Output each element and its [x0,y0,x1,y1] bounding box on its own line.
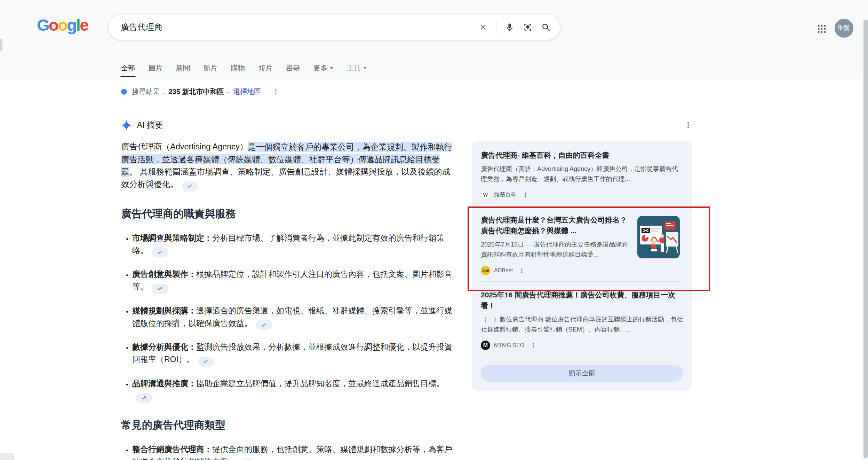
logo-letter: G [37,16,49,34]
tab-shopping[interactable]: 購物 [231,58,245,78]
result-tabs: 全部 圖片 新聞 影片 購物 短片 書籍 更多 工具 [121,58,367,78]
search-icon[interactable] [541,22,551,32]
show-all-button[interactable]: 顯示全部 [481,365,683,382]
bullet-lead: 品牌溝通與推廣： [132,379,196,388]
tab-label: 購物 [231,63,245,73]
chevron-down-icon [363,67,367,69]
divider [496,20,496,34]
lens-icon[interactable] [523,22,533,32]
section-heading: 常見的廣告代理商類型 [121,418,452,432]
card-title[interactable]: 廣告代理商- 維基百科，自由的百科全書 [481,150,683,161]
source-row: W 維基百科 [481,190,683,200]
scrollbar-thumb[interactable] [863,20,868,458]
logo-letter: o [58,16,67,34]
divider [481,357,683,357]
google-logo[interactable]: Google [37,15,88,34]
source-link-icon[interactable] [136,393,152,403]
chevron-down-icon [330,67,333,69]
tab-label: 全部 [121,63,135,73]
source-card-wikipedia[interactable]: 廣告代理商- 維基百科，自由的百科全書 廣告代理商（英語：Advertising… [472,141,692,207]
source-link-icon[interactable] [198,357,214,367]
source-row: M MTMG SEO [481,341,683,350]
card-menu-kebab-icon[interactable] [530,342,537,349]
tab-label: 新聞 [176,63,190,73]
card-snippet: 廣告代理商（英語：Advertising Agency）即廣告公司，是指從事廣告… [481,164,683,184]
gemini-sparkle-icon [121,120,132,131]
logo-letter: l [76,16,80,34]
mtmg-logo-icon: M [481,341,490,350]
source-card-adbest[interactable]: 廣告代理商是什麼？台灣五大廣告公司排名？廣告代理商怎麼挑？與媒體 ... 202… [472,208,692,281]
browser-edge-artifact [0,39,2,51]
source-link-icon[interactable] [240,459,256,460]
bullet-lead: 媒體規劃與採購： [132,306,196,315]
source-card-mtmg[interactable]: 2025年16 間廣告代理商推薦！廣告公司收費、服務項目一次看！ （一）數位廣告… [472,282,692,357]
bullet-lead: 整合行銷廣告代理商： [132,445,212,454]
logo-letter: o [49,16,58,34]
tab-tools[interactable]: 工具 [347,58,367,78]
list-item: 媒體規劃與採購：選擇適合的廣告渠道，如電視、報紙、社群媒體、搜索引擎等，並進行媒… [132,304,452,330]
results-menu-kebab-icon[interactable] [272,88,280,96]
mic-icon[interactable] [505,22,515,32]
list-item: 市場調查與策略制定：分析目標市場、了解消費者行為，並據此制定有效的廣告和行銷策略… [132,232,452,258]
logo-letter: g [67,16,76,34]
clear-icon[interactable] [479,23,488,32]
card-title[interactable]: 2025年16 間廣告代理商推薦！廣告公司收費、服務項目一次看！ [481,289,683,311]
ai-overview-menu-kebab-icon[interactable] [684,120,693,130]
source-link-icon[interactable] [182,181,198,192]
list-item: 整合行銷廣告代理商：提供全面的服務，包括創意、策略、媒體規劃和數據分析等，為客戶… [132,443,452,460]
adbest-logo-icon: ADB [481,266,490,275]
tab-more[interactable]: 更多 [313,58,333,78]
result-thumbnail-image[interactable] [637,216,680,258]
list-item: 廣告創意與製作：根據品牌定位，設計和製作引人注目的廣告內容，包括文案、圖片和影音… [132,268,452,294]
source-link-icon[interactable] [256,320,272,330]
tab-label: 影片 [204,63,217,73]
ai-overview-paragraph: 廣告代理商（Advertising Agency）是一個獨立於客戶的專業公司，為… [121,140,452,192]
source-name: 維基百科 [494,191,516,198]
ai-overview-header: AI 摘要 [121,120,452,131]
section-bullet-list: 市場調查與策略制定：分析目標市場、了解消費者行為，並據此制定有效的廣告和行銷策略… [121,232,452,403]
apps-grid-icon[interactable] [817,22,831,36]
tab-books[interactable]: 書籍 [286,58,300,78]
paragraph-text: 。 其服務範圍涵蓋市場調查、策略制定、廣告創意設計、媒體採購與投放，以及後續的成… [121,167,451,189]
tab-videos[interactable]: 影片 [204,58,217,78]
scrollbar-track[interactable] [863,0,868,460]
status-bubble [0,453,14,460]
tab-news[interactable]: 新聞 [176,58,190,78]
results-info-bar: 搜尋結果 . 235 新北市中和區 · 選擇地區 [121,87,280,96]
results-location: 235 新北市中和區 [169,87,224,96]
tab-shorts[interactable]: 短片 [258,58,272,78]
paragraph-text: 廣告代理商（Advertising Agency） [121,142,248,151]
separator: . [163,88,165,96]
source-row: ADB ADBest [481,266,683,275]
avatar[interactable]: 聖凱 [835,19,853,38]
tab-label: 書籍 [286,63,300,73]
tab-all[interactable]: 全部 [121,58,135,78]
search-input[interactable]: 廣告代理商 [121,22,479,33]
bullet-lead: 廣告創意與製作： [132,270,196,279]
card-snippet: 2025年7月15日 — 廣告代理商的主要任務是讓品牌的資訊能夠有效且有針對性地… [481,240,631,260]
card-menu-kebab-icon[interactable] [522,192,529,198]
bullet-lead: 數據分析與優化： [132,342,196,351]
source-link-icon[interactable] [152,247,168,257]
tab-images[interactable]: 圖片 [149,58,162,78]
location-dot-icon [121,89,127,95]
list-item: 品牌溝通與推廣：協助企業建立品牌價值，提升品牌知名度，並最終達成產品銷售目標。 [132,377,452,403]
section-heading: 廣告代理商的職責與服務 [121,207,452,221]
section-bullet-list: 整合行銷廣告代理商：提供全面的服務，包括創意、策略、媒體規劃和數據分析等，為客戶… [121,443,452,460]
search-bar[interactable]: 廣告代理商 [109,14,560,40]
list-item: 數據分析與優化：監測廣告投放效果，分析數據，並根據成效進行調整和優化，以提升投資… [132,341,452,367]
avatar-initials: 聖凱 [838,24,850,32]
ai-overview-title: AI 摘要 [137,120,163,131]
wikipedia-logo-icon: W [481,190,490,200]
bullet-text: 協助企業建立品牌價值，提升品牌知名度，並最終達成產品銷售目標。 [196,379,444,388]
separator: · [228,88,230,96]
source-link-icon[interactable] [152,284,168,294]
ai-overview: AI 摘要 廣告代理商（Advertising Agency）是一個獨立於客戶的… [121,120,452,460]
choose-region-link[interactable]: 選擇地區 [233,87,261,96]
bullet-lead: 市場調查與策略制定： [132,233,212,242]
logo-letter: e [80,16,88,34]
card-title[interactable]: 廣告代理商是什麼？台灣五大廣告公司排名？廣告代理商怎麼挑？與媒體 ... [481,215,631,236]
tab-label: 工具 [347,63,361,73]
card-menu-kebab-icon[interactable] [519,267,526,274]
results-label: 搜尋結果 [132,87,160,96]
